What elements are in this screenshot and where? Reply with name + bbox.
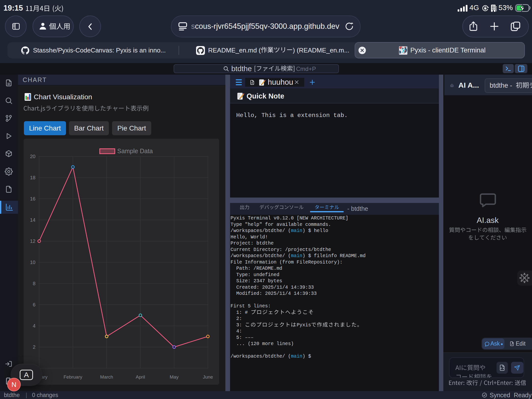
svg-text:Sample Data: Sample Data	[117, 148, 153, 154]
svg-text:2: 2	[33, 344, 35, 350]
svg-text:18: 18	[30, 175, 35, 180]
svg-text:April: April	[136, 374, 145, 380]
svg-text:March: March	[100, 374, 113, 380]
svg-text:8: 8	[33, 281, 35, 286]
svg-text:16: 16	[30, 196, 35, 201]
svg-text:February: February	[64, 374, 83, 380]
svg-text:6: 6	[33, 302, 35, 307]
svg-text:4: 4	[33, 323, 35, 329]
svg-text:May: May	[170, 374, 179, 380]
svg-text:10: 10	[30, 260, 35, 265]
svg-text:20: 20	[30, 154, 35, 159]
svg-text:14: 14	[30, 217, 35, 223]
svg-text:June: June	[203, 374, 213, 380]
svg-text:12: 12	[30, 238, 35, 244]
